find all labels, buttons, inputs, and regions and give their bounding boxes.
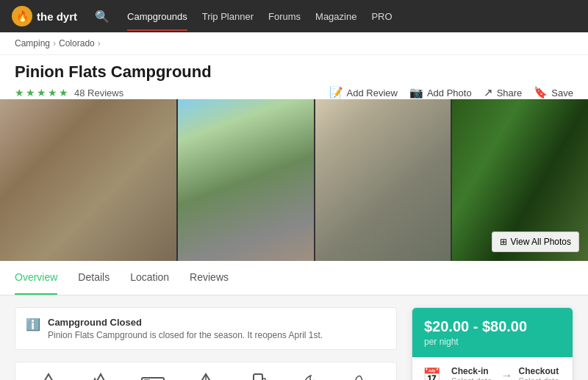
tab-location[interactable]: Location [130,261,169,295]
checkin-col: Check-in Select date [451,366,495,380]
star-2: ★ [26,87,35,98]
alert-message: Pinion Flats Campground is closed for th… [48,330,323,340]
photo-3[interactable] [315,99,451,261]
page-title: Pinion Flats Campground [15,62,573,82]
date-section: 📅 Check-in Select date → Checkout Select… [412,357,573,380]
bookmark-icon: 🔖 [534,86,548,99]
grid-icon: ⊞ [500,237,507,247]
amenities-grid: Standard Group RV Sites Tent Sites [15,362,397,380]
svg-rect-13 [254,374,262,380]
breadcrumb: Camping › Colorado › [0,32,588,55]
add-review-button[interactable]: 📝 Add Review [329,86,398,99]
checkout-sub: Select date [519,376,563,380]
amenity-rv: RV Sites [132,373,176,380]
review-count: 48 Reviews [74,87,123,98]
share-button[interactable]: ↗ Share [484,86,523,99]
navbar: 🔥 the dyrt 🔍 Campgrounds Trip Planner Fo… [0,0,588,32]
arrow-icon: → [501,369,513,380]
price-card: $20.00 - $80.00 per night 📅 Check-in Sel… [412,307,573,380]
star-1: ★ [15,87,24,98]
nav-trip-planner[interactable]: Trip Planner [202,2,254,31]
alert-content: Campground Closed Pinion Flats Campgroun… [48,317,323,340]
amenity-fires: Fires [289,373,333,380]
amenity-tent: Tent Sites [184,373,228,380]
standard-icon [37,373,60,380]
fire-icon [301,373,321,380]
amenity-group: Group [79,373,123,380]
photo-1[interactable] [0,99,176,261]
nav-pro[interactable]: PRO [371,2,392,31]
content-left: ℹ️ Campground Closed Pinion Flats Campgr… [15,307,397,380]
photo-grid: ⊞ View All Photos [0,99,588,261]
alert-box: ℹ️ Campground Closed Pinion Flats Campgr… [15,307,397,350]
save-button[interactable]: 🔖 Save [534,86,573,99]
nav-links: Campgrounds Trip Planner Forums Magazine… [127,2,392,31]
camera-icon: 📷 [409,86,423,99]
main-content: ℹ️ Campground Closed Pinion Flats Campgr… [0,295,588,380]
star-3: ★ [37,87,46,98]
star-5-half: ★ [59,87,68,98]
nav-campgrounds[interactable]: Campgrounds [127,2,187,31]
alert-title: Campground Closed [48,317,323,328]
star-4: ★ [48,87,57,98]
amenity-standard: Standard [26,373,71,380]
price-header: $20.00 - $80.00 per night [412,308,573,357]
share-icon: ↗ [484,86,493,99]
amenity-drinking: Drinking [236,373,280,380]
rating-row: ★ ★ ★ ★ ★ 48 Reviews [15,87,123,98]
water-icon [248,373,268,380]
checkin-sub: Select date [451,376,495,380]
star-rating: ★ ★ ★ ★ ★ [15,87,68,98]
site-logo[interactable]: 🔥 the dyrt [12,6,77,26]
svg-marker-0 [38,374,59,380]
tent-icon [193,373,218,380]
add-photo-button[interactable]: 📷 Add Photo [409,86,472,99]
action-buttons: 📝 Add Review 📷 Add Photo ↗ Share 🔖 Save [329,86,573,99]
alert-icon: ℹ️ [26,318,40,331]
tab-reviews[interactable]: Reviews [190,261,229,295]
tab-overview[interactable]: Overview [15,261,57,295]
checkin-label: Check-in [451,366,495,376]
tabs-bar: Overview Details Location Reviews [0,261,588,295]
nav-forums[interactable]: Forums [268,2,301,31]
group-icon [87,373,114,380]
price-per-night: per night [424,337,561,347]
rv-icon [140,373,167,380]
view-all-photos-button[interactable]: ⊞ View All Photos [492,232,580,252]
checkout-label: Checkout [519,366,563,376]
price-range: $20.00 - $80.00 [424,318,561,335]
amenity-pets: Pets [341,373,385,380]
price-sidebar: $20.00 - $80.00 per night 📅 Check-in Sel… [412,307,573,380]
breadcrumb-camping[interactable]: Camping [15,38,50,49]
add-review-icon: 📝 [329,86,343,99]
pet-icon [351,373,375,380]
tab-details[interactable]: Details [78,261,110,295]
logo-icon: 🔥 [12,6,32,26]
page-header: Pinion Flats Campground ★ ★ ★ ★ ★ 48 Rev… [0,55,588,99]
photo-2[interactable] [178,99,314,261]
breadcrumb-colorado[interactable]: Colorado [59,38,95,49]
search-icon[interactable]: 🔍 [95,10,110,24]
checkout-col: Checkout Select date [519,366,563,380]
nav-magazine[interactable]: Magazine [315,2,356,31]
calendar-icon: 📅 [423,367,441,380]
logo-text: the dyrt [37,10,77,23]
